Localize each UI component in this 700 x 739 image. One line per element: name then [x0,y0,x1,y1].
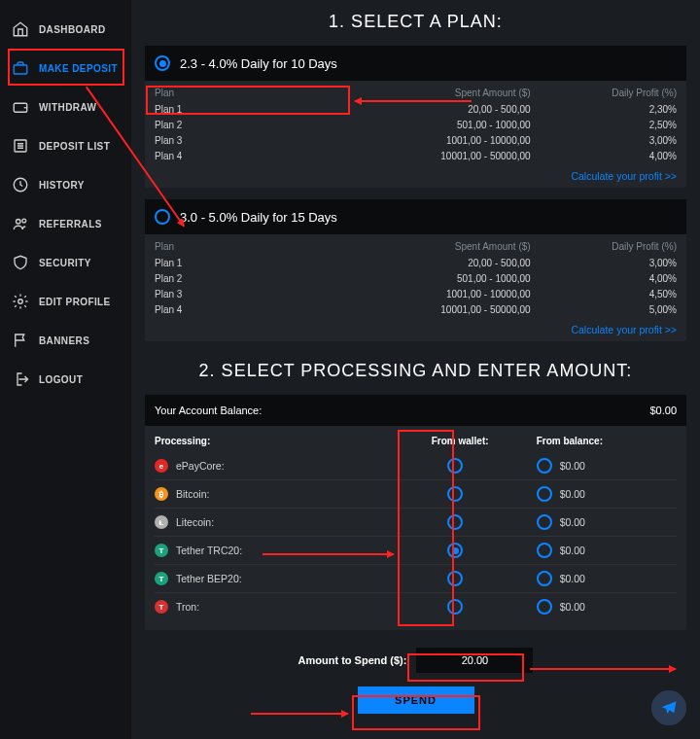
currency-icon: T [155,544,168,557]
table-row: Plan 2501,00 - 1000,002,50% [155,118,677,133]
plan-title: 3.0 - 5.0% Daily for 15 Days [180,210,337,225]
from-wallet-radio[interactable] [447,486,463,502]
sidebar-item-label: HISTORY [39,180,85,191]
sidebar-item-label: WITHDRAW [39,102,96,113]
amount-row: Amount to Spend ($): [145,648,686,673]
svg-point-4 [17,220,21,225]
radio-icon [155,209,170,225]
spend-button[interactable]: SPEND [358,686,474,714]
radio-icon [155,55,170,71]
from-balance-radio[interactable] [537,571,552,586]
sidebar-item-withdraw[interactable]: WITHDRAW [0,88,131,126]
col-header-profit: Daily Profit (%) [531,86,677,101]
plan-table: Plan Spent Amount ($) Daily Profit (%) P… [145,234,686,324]
currency-icon: e [155,459,168,473]
sidebar-item-dashboard[interactable]: DASHBOARD [0,10,131,49]
sidebar-item-deposit-list[interactable]: DEPOSIT LIST [0,126,131,165]
from-balance-radio[interactable] [537,486,552,502]
sidebar-item-banners[interactable]: BANNERS [0,321,131,360]
processing-row: TTether TRC20:$0.00 [155,537,677,565]
table-row: Plan 410001,00 - 50000,005,00% [155,302,677,318]
users-icon [12,215,29,232]
from-wallet-radio[interactable] [447,571,463,586]
step1-heading: 1. SELECT A PLAN: [145,4,686,46]
wallet-icon [12,98,29,116]
telegram-button[interactable] [651,690,686,725]
account-balance-row: Your Account Balance: $0.00 [145,395,686,426]
processing-row: eePayCore:$0.00 [155,452,677,480]
col-header-plan: Plan [155,86,300,101]
clock-icon [12,176,29,194]
proc-name: TTether BEP20: [155,572,390,585]
home-icon [12,20,29,38]
sidebar-item-referrals[interactable]: REFERRALS [0,204,131,243]
sidebar-item-edit-profile[interactable]: EDIT PROFILE [0,282,131,321]
sidebar-item-label: EDIT PROFILE [39,297,111,307]
from-wallet-radio[interactable] [447,514,463,530]
step2-heading: 2. SELECT PROCESSING AND ENTER AMOUNT: [145,353,686,395]
balance-amount: $0.00 [560,545,585,556]
from-balance-radio[interactable] [537,514,552,530]
calculate-profit-link[interactable]: Calculate your profit >> [145,324,686,341]
list-icon [12,137,29,155]
proc-name: ₿Bitcoin: [155,487,390,501]
balance-amount: $0.00 [560,601,585,613]
currency-icon: T [155,572,168,585]
calculate-profit-link[interactable]: Calculate your profit >> [145,170,686,188]
plan-select-1[interactable]: 2.3 - 4.0% Daily for 10 Days [145,46,686,81]
processing-row: ŁLitecoin:$0.00 [155,509,677,537]
from-balance-radio[interactable] [537,458,552,474]
logout-icon [12,370,29,388]
svg-rect-0 [14,65,27,74]
telegram-icon [660,699,678,717]
col-header-amount: Spent Amount ($) [300,86,530,101]
amount-input[interactable] [416,648,533,673]
balance-amount: $0.00 [560,460,585,472]
briefcase-icon [12,59,29,77]
svg-point-5 [22,219,26,223]
proc-name: ŁLitecoin: [155,515,390,529]
sidebar-item-label: SECURITY [39,258,91,268]
sidebar-item-make-deposit[interactable]: MAKE DEPOSIT [0,49,131,88]
currency-icon: Ł [155,515,168,529]
plan-select-2[interactable]: 3.0 - 5.0% Daily for 15 Days [145,199,686,234]
table-row: Plan 31001,00 - 10000,003,00% [155,133,677,149]
plan-title: 2.3 - 4.0% Daily for 10 Days [180,56,337,71]
amount-label: Amount to Spend ($): [298,654,407,666]
from-balance-radio[interactable] [537,543,552,558]
sidebar-item-label: BANNERS [39,335,89,346]
balance-label: Your Account Balance: [155,405,649,416]
table-row: Plan 120,00 - 500,002,30% [155,102,677,118]
from-balance-radio[interactable] [537,599,552,615]
processing-block: Your Account Balance: $0.00 Processing: … [145,395,686,630]
sidebar-item-history[interactable]: HISTORY [0,165,131,204]
currency-icon: ₿ [155,487,168,501]
proc-name: TTron: [155,600,390,614]
sidebar-item-label: DASHBOARD [39,24,106,35]
table-row: Plan 410001,00 - 50000,004,00% [155,149,677,164]
from-wallet-radio[interactable] [447,543,463,558]
main-content: 1. SELECT A PLAN: 2.3 - 4.0% Daily for 1… [131,0,700,739]
sidebar-item-label: LOGOUT [39,374,83,385]
from-wallet-radio[interactable] [447,599,463,615]
proc-name: TTether TRC20: [155,544,390,557]
table-row: Plan 31001,00 - 10000,004,50% [155,287,677,302]
gear-icon [12,293,29,310]
balance-amount: $0.00 [560,573,585,584]
processing-headers: Processing: From wallet: From balance: [155,432,677,452]
currency-icon: T [155,600,168,614]
sidebar-item-security[interactable]: SECURITY [0,243,131,282]
plan-block-1: 2.3 - 4.0% Daily for 10 Days Plan Spent … [145,46,686,188]
balance-value: $0.00 [649,405,677,416]
sidebar-item-label: REFERRALS [39,219,102,229]
sidebar-item-logout[interactable]: LOGOUT [0,360,131,399]
plan-table: Plan Spent Amount ($) Daily Profit (%) P… [145,81,686,170]
proc-name: eePayCore: [155,459,390,473]
sidebar-item-label: MAKE DEPOSIT [39,63,118,74]
balance-amount: $0.00 [560,488,585,500]
table-row: Plan 2501,00 - 1000,004,00% [155,271,677,287]
plan-block-2: 3.0 - 5.0% Daily for 15 Days Plan Spent … [145,199,686,341]
from-wallet-radio[interactable] [447,458,463,474]
processing-row: TTron:$0.00 [155,593,677,620]
sidebar: DASHBOARD MAKE DEPOSIT WITHDRAW DEPOSIT … [0,0,131,739]
